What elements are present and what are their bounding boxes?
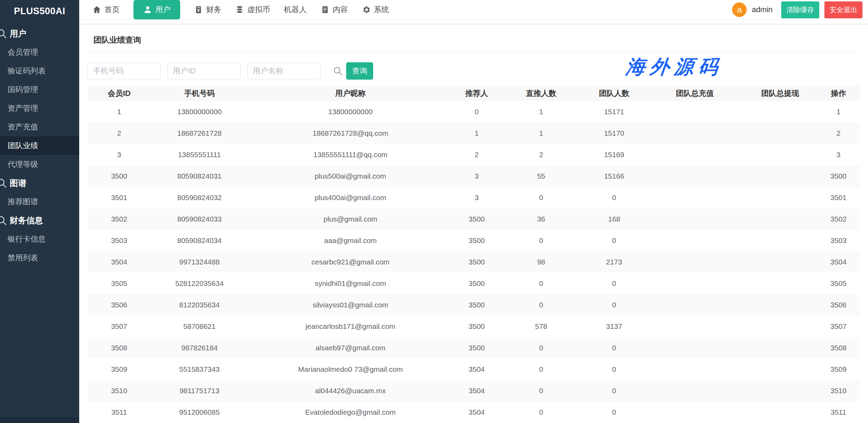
operation-link[interactable]: 3502: [817, 208, 860, 230]
topnav-item-crypto[interactable]: 虚拟币: [235, 4, 270, 15]
logout-button[interactable]: 安全退出: [824, 1, 862, 18]
table-cell: [647, 123, 743, 144]
sidebar-item[interactable]: 资产充值: [0, 118, 79, 136]
sidebar-item[interactable]: 禁用列表: [0, 249, 79, 267]
table-cell: 0: [582, 337, 647, 359]
sidebar-item[interactable]: 国码管理: [0, 80, 79, 99]
table-cell: [743, 273, 817, 294]
topbar: 首页用户¥财务虚拟币机器人内容系统 a admin 清除缓存 安全退出: [79, 0, 868, 20]
table-cell: 36: [501, 208, 582, 230]
sidebar-item-label: 银行卡信息: [8, 234, 46, 244]
username[interactable]: admin: [752, 5, 773, 14]
sidebar-item-label: 禁用列表: [8, 253, 38, 263]
table-cell: 15171: [582, 101, 647, 123]
operation-link[interactable]: 3509: [817, 359, 860, 380]
table-cell: [647, 101, 743, 123]
operation-link[interactable]: 3510: [817, 380, 860, 402]
search-input-user-id[interactable]: [167, 63, 241, 79]
topnav-item-robot[interactable]: 机器人: [284, 4, 307, 15]
table-cell: 3500: [453, 251, 500, 273]
table-cell: plus500ai@gmail.com: [248, 165, 453, 187]
table-cell: 3503: [87, 230, 151, 251]
column-header: 团队总充值: [647, 86, 743, 101]
table-row: 35068122035634silviayss01@gmail.com35000…: [87, 294, 860, 316]
table-cell: 3504: [87, 251, 151, 273]
search-input-user-name[interactable]: [247, 63, 321, 79]
table-cell: 3500: [453, 337, 500, 359]
table-cell: 80590824032: [151, 187, 248, 208]
table-cell: 13800000000: [151, 101, 248, 123]
topnav-item-finance[interactable]: ¥财务: [194, 4, 221, 15]
clear-cache-button[interactable]: 清除缓存: [781, 1, 819, 18]
svg-text:¥: ¥: [197, 8, 200, 13]
app-root: PLUS500AI 用户会员管理验证码列表国码管理资产管理资产充值团队业绩代理等…: [0, 0, 868, 423]
table-cell: 1: [453, 123, 500, 144]
table-cell: 13800000000: [248, 101, 453, 123]
table-cell: [647, 273, 743, 294]
sidebar-item-label: 国码管理: [8, 84, 38, 95]
topnav-item-system[interactable]: 系统: [362, 4, 389, 15]
table-row: 35119512006085Evatoledodiego@gmail.com35…: [87, 402, 860, 423]
sidebar-item-label: 代理等级: [8, 159, 38, 170]
search-input-phone[interactable]: [87, 63, 161, 79]
table-cell: 3500: [453, 208, 500, 230]
table-cell: [743, 316, 817, 337]
table-row: 350180590824032plus400ai@gmail.com300350…: [87, 187, 860, 208]
operation-link[interactable]: 3506: [817, 294, 860, 316]
operation-link[interactable]: 3511: [817, 402, 860, 423]
column-header: 会员ID: [87, 86, 151, 101]
search-icon[interactable]: [333, 66, 343, 76]
operation-link[interactable]: 3503: [817, 230, 860, 251]
table-row: 3505528122035634synidhi01@gmail.com35000…: [87, 273, 860, 294]
query-button[interactable]: 查询: [346, 62, 373, 80]
table-cell: 3500: [453, 316, 500, 337]
table-cell: 55: [501, 165, 582, 187]
sidebar-item[interactable]: 会员管理: [0, 43, 79, 62]
table-row: 350280590824033plus@gmail.com35003616835…: [87, 208, 860, 230]
table-cell: 0: [501, 402, 582, 423]
table-cell: plus400ai@gmail.com: [248, 187, 453, 208]
table-cell: 3504: [453, 380, 500, 402]
operation-link[interactable]: 3500: [817, 165, 860, 187]
table-cell: [743, 123, 817, 144]
avatar[interactable]: a: [732, 2, 747, 17]
table-cell: 0: [582, 273, 647, 294]
table-cell: 3504: [453, 359, 500, 380]
topnav-item-user[interactable]: 用户: [133, 0, 180, 19]
table-row: 35109811751713al044426@uacam.mx350400351…: [87, 380, 860, 402]
topnav: 首页用户¥财务虚拟币机器人内容系统: [92, 0, 389, 19]
sidebar-item-label: 资产管理: [8, 103, 38, 114]
table-cell: synidhi01@gmail.com: [248, 273, 453, 294]
home-icon: [92, 5, 101, 14]
sidebar-item[interactable]: 银行卡信息: [0, 230, 79, 249]
table-cell: 9971324488: [151, 251, 248, 273]
sidebar-item[interactable]: 推荐图谱: [0, 192, 79, 211]
table-row: 35095515837343Marianaolmedo0 73@gmail.co…: [87, 359, 860, 380]
topnav-item-content[interactable]: 内容: [321, 4, 348, 15]
topnav-item-home[interactable]: 首页: [92, 4, 120, 15]
sidebar-item[interactable]: 团队业绩: [0, 136, 79, 155]
operation-link[interactable]: 3504: [817, 251, 860, 273]
sidebar-item[interactable]: 验证码列表: [0, 62, 79, 80]
table-cell: [647, 251, 743, 273]
table-cell: 3: [87, 144, 151, 165]
main-area: 首页用户¥财务虚拟币机器人内容系统 a admin 清除缓存 安全退出 团队业绩…: [79, 0, 868, 423]
table-cell: 3509: [87, 359, 151, 380]
coins-icon: [235, 5, 244, 14]
table-cell: 98: [501, 251, 582, 273]
operation-link[interactable]: 3508: [817, 337, 860, 359]
sidebar-item[interactable]: 资产管理: [0, 99, 79, 118]
operation-link[interactable]: 1: [817, 101, 860, 123]
operation-link[interactable]: 3505: [817, 273, 860, 294]
operation-link[interactable]: 3507: [817, 316, 860, 337]
table-cell: 168: [582, 208, 647, 230]
operation-link[interactable]: 3: [817, 144, 860, 165]
table-cell: 15169: [582, 144, 647, 165]
table-cell: 0: [582, 294, 647, 316]
sidebar-item[interactable]: 代理等级: [0, 155, 79, 174]
operation-link[interactable]: 2: [817, 123, 860, 144]
operation-link[interactable]: 3501: [817, 187, 860, 208]
column-header: 团队人数: [582, 86, 647, 101]
table-cell: 0: [582, 187, 647, 208]
topnav-item-label: 机器人: [284, 4, 307, 15]
